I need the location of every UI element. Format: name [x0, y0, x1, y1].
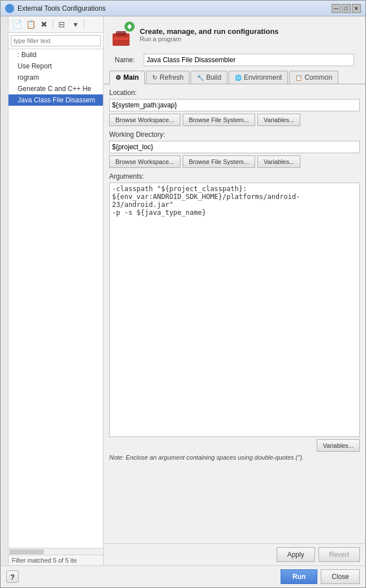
sidebar-item-program[interactable]: rogram — [8, 72, 103, 83]
arguments-label: Arguments: — [109, 172, 360, 180]
close-button[interactable]: Close — [321, 569, 360, 584]
title-bar-controls: — □ ✕ — [331, 4, 361, 13]
refresh-tab-label: Refresh — [160, 74, 183, 81]
collapse-button[interactable]: ⊟ — [55, 18, 68, 31]
common-tab-label: Common — [304, 74, 332, 81]
working-directory-input[interactable] — [109, 141, 360, 153]
arguments-note: Note: Enclose an argument containing spa… — [109, 454, 360, 461]
arguments-group: Arguments: -classpath "${project_classpa… — [109, 172, 360, 461]
sidebar: 📄 📋 ✖ ⊟ ▾ : Build Use Report rogram Gene… — [8, 16, 104, 565]
app-icon — [109, 21, 136, 48]
name-label: Name: — [115, 56, 140, 64]
name-input[interactable] — [144, 54, 354, 66]
sidebar-hscroll — [8, 548, 103, 555]
workdir-browse-filesystem-button[interactable]: Browse File System... — [183, 155, 255, 168]
sidebar-hscrollbar[interactable] — [10, 550, 44, 554]
bottom-bar: Apply Revert — [104, 543, 365, 565]
arguments-variables-button[interactable]: Variables... — [317, 439, 360, 452]
title-bar-left: External Tools Configurations — [5, 4, 106, 13]
header-icon-area — [109, 21, 136, 48]
location-variables-button[interactable]: Variables... — [257, 114, 300, 126]
window-title: External Tools Configurations — [18, 5, 106, 12]
header-section: Create, manage, and run configurations R… — [104, 16, 365, 71]
sidebar-toolbar: 📄 📋 ✖ ⊟ ▾ — [8, 16, 103, 33]
location-buttons: Browse Workspace... Browse File System..… — [109, 114, 360, 126]
delete-button[interactable]: ✖ — [38, 18, 50, 31]
toolbar-separator — [53, 19, 53, 29]
main-window: External Tools Configurations — □ ✕ 📄 📋 … — [0, 0, 366, 588]
window-icon — [5, 4, 14, 13]
window-footer: ? Run Close — [1, 565, 365, 587]
filter-status: Filter matched 5 of 5 ite — [12, 557, 77, 564]
main-tab-label: Main — [123, 74, 139, 81]
new-config-button[interactable]: 📄 — [11, 18, 23, 31]
working-directory-label: Working Directory: — [109, 131, 360, 139]
svg-rect-4 — [114, 38, 128, 40]
tab-environment[interactable]: 🌐 Environment — [229, 71, 288, 84]
main-content: 📄 📋 ✖ ⊟ ▾ : Build Use Report rogram Gene… — [1, 16, 365, 565]
close-window-button[interactable]: ✕ — [352, 4, 361, 13]
variables-row: Variables... — [109, 439, 360, 452]
location-input[interactable] — [109, 99, 360, 111]
tab-build[interactable]: 🔧 Build — [191, 71, 227, 84]
sidebar-item-use-report[interactable]: Use Report — [8, 60, 103, 72]
tab-refresh[interactable]: ↻ Refresh — [146, 71, 190, 84]
duplicate-button[interactable]: 📋 — [24, 18, 37, 31]
working-directory-group: Working Directory: Browse Workspace... B… — [109, 131, 360, 168]
environment-tab-icon: 🌐 — [235, 75, 242, 81]
main-tab-icon: ⚙ — [115, 74, 121, 81]
sidebar-item-generate[interactable]: Generate C and C++ He — [8, 83, 103, 94]
filter-input[interactable] — [11, 35, 101, 46]
location-group: Location: Browse Workspace... Browse Fil… — [109, 89, 360, 126]
run-button[interactable]: Run — [281, 569, 317, 584]
right-panel: Create, manage, and run configurations R… — [104, 16, 365, 565]
header-title: Create, manage, and run configurations — [140, 27, 360, 36]
title-bar: External Tools Configurations — □ ✕ — [1, 1, 365, 16]
sidebar-item-build[interactable]: : Build — [8, 49, 103, 60]
environment-tab-label: Environment — [244, 74, 282, 81]
location-browse-filesystem-button[interactable]: Browse File System... — [183, 114, 255, 126]
header-text: Create, manage, and run configurations R… — [140, 27, 360, 42]
arguments-textarea[interactable]: -classpath "${project_classpath}: ${env_… — [109, 183, 360, 437]
maximize-button[interactable]: □ — [342, 4, 351, 13]
working-directory-buttons: Browse Workspace... Browse File System..… — [109, 155, 360, 168]
apply-button[interactable]: Apply — [277, 547, 315, 562]
build-tab-label: Build — [206, 74, 221, 81]
tabs-bar: ⚙ Main ↻ Refresh 🔧 Build 🌐 Environment 📋 — [104, 71, 365, 84]
sidebar-list: : Build Use Report rogram Generate C and… — [8, 49, 103, 548]
workdir-browse-workspace-button[interactable]: Browse Workspace... — [109, 155, 180, 168]
common-tab-icon: 📋 — [295, 75, 302, 81]
minimize-button[interactable]: — — [331, 4, 341, 13]
workdir-variables-button[interactable]: Variables... — [257, 155, 300, 168]
location-browse-workspace-button[interactable]: Browse Workspace... — [109, 114, 180, 126]
header-row: Create, manage, and run configurations R… — [109, 21, 360, 48]
location-label: Location: — [109, 89, 360, 97]
header-subtitle: Run a program — [140, 36, 360, 42]
footer-right-buttons: Run Close — [281, 569, 360, 584]
name-row: Name: — [109, 51, 360, 68]
left-edge — [1, 16, 8, 565]
help-button[interactable]: ? — [6, 570, 19, 583]
toolbar-separator-2 — [84, 19, 84, 29]
filter-box — [8, 33, 103, 49]
revert-button[interactable]: Revert — [318, 547, 360, 562]
build-tab-icon: 🔧 — [197, 75, 204, 81]
tab-main[interactable]: ⚙ Main — [109, 71, 145, 84]
svg-rect-3 — [116, 31, 126, 36]
filter-button[interactable]: ▾ — [69, 18, 81, 31]
refresh-tab-icon: ↻ — [152, 74, 157, 81]
form-area: Location: Browse Workspace... Browse Fil… — [104, 84, 365, 543]
sidebar-item-java-disassembler[interactable]: Java Class File Disassem — [8, 94, 103, 106]
sidebar-footer: Filter matched 5 of 5 ite — [8, 555, 103, 565]
tab-common[interactable]: 📋 Common — [289, 71, 338, 84]
